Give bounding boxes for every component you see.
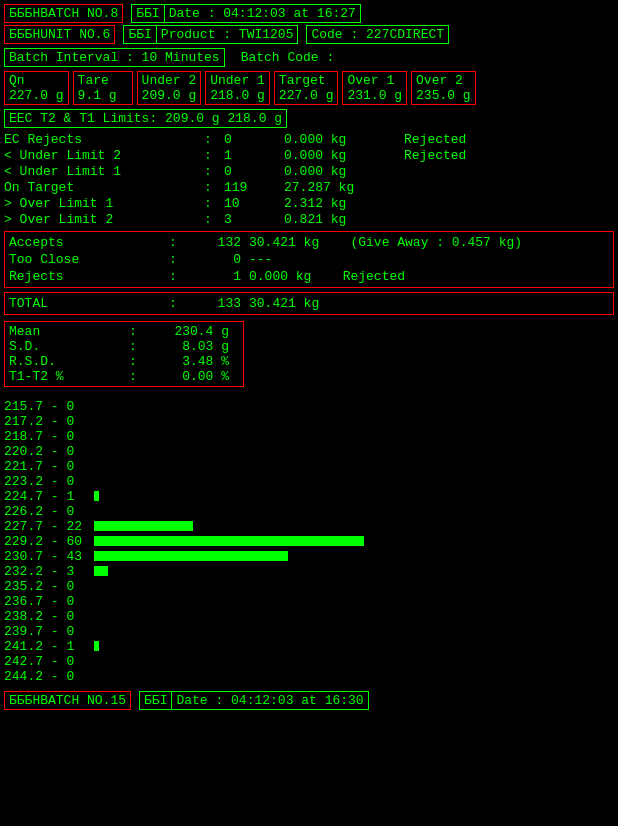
hist-label: 236.7 - 0 (4, 594, 94, 609)
date-label: ББI (131, 4, 164, 23)
total-val: 133 (189, 296, 249, 311)
hist-bar (94, 551, 288, 561)
hist-label: 242.7 - 0 (4, 654, 94, 669)
over2-label: Over 2 (416, 73, 471, 88)
accepts-row: Accepts : 132 30.421 kg (Give Away : 0.4… (9, 234, 609, 251)
hist-bar-area (94, 521, 614, 531)
hist-label: 230.7 - 43 (4, 549, 94, 564)
hist-row: 239.7 - 0 (4, 624, 614, 638)
hist-row: 221.7 - 0 (4, 459, 614, 473)
accepts-colon: : (169, 235, 189, 250)
rejects-row: Rejects : 1 0.000 kg Rejected (9, 268, 609, 285)
rejects-kg: 0.000 kg Rejected (249, 269, 609, 284)
hist-row: 217.2 - 0 (4, 414, 614, 428)
target-label: Target (279, 73, 334, 88)
t1t2-val: 0.00 % (149, 369, 229, 384)
too-close-label: Too Close (9, 252, 169, 267)
hist-label: 223.2 - 0 (4, 474, 94, 489)
under1-label: Under 1 (210, 73, 265, 88)
batch-code: Batch Code : (241, 50, 335, 65)
too-close-colon: : (169, 252, 189, 267)
rejects-colon: : (169, 269, 189, 284)
hist-label: 238.2 - 0 (4, 609, 94, 624)
t1t2-label: T1-T2 % (9, 369, 129, 384)
footer-date-value: Date : 04:12:03 at 16:30 (172, 691, 368, 710)
hist-bar-area (94, 536, 614, 546)
over2-cell: Over 2 235.0 g (411, 71, 476, 105)
mean-val: 230.4 g (149, 324, 229, 339)
too-close-dash: --- (249, 252, 609, 267)
hist-row: 241.2 - 1 (4, 639, 614, 653)
target-cell: Target 227.0 g (274, 71, 339, 105)
ec-row-5: > Over Limit 2 : 3 0.821 kg (4, 212, 614, 227)
hist-bar (94, 566, 108, 576)
tare-cell: Tare 9.1 g (73, 71, 133, 105)
mean-row: Mean : 230.4 g (9, 324, 239, 339)
hist-bar-area (94, 641, 614, 651)
code-value: Code : 227CDIRECT (306, 25, 449, 44)
qn-val: 227.0 g (9, 88, 64, 103)
t1t2-colon: : (129, 369, 149, 384)
hist-row: 242.7 - 0 (4, 654, 614, 668)
under1-val: 218.0 g (210, 88, 265, 103)
rejects-label: Rejects (9, 269, 169, 284)
hist-bar (94, 521, 193, 531)
mean-colon: : (129, 324, 149, 339)
under1-cell: Under 1 218.0 g (205, 71, 270, 105)
hist-label: 224.7 - 1 (4, 489, 94, 504)
unit-no: БББHUNIT NO.6 (4, 25, 115, 44)
hist-row: 236.7 - 0 (4, 594, 614, 608)
batch-interval-row: Batch Interval : 10 Minutes Batch Code : (4, 48, 614, 67)
over2-val: 235.0 g (416, 88, 471, 103)
tare-label: Tare (78, 73, 128, 88)
under2-cell: Under 2 209.0 g (137, 71, 202, 105)
hist-label: 215.7 - 0 (4, 399, 94, 414)
hist-label: 221.7 - 0 (4, 459, 94, 474)
over1-label: Over 1 (347, 73, 402, 88)
hist-bar-area (94, 551, 614, 561)
hist-row: 224.7 - 1 (4, 489, 614, 503)
eec-text: EEC T2 & T1 Limits: 209.0 g 218.0 g (4, 109, 287, 128)
hist-label: 220.2 - 0 (4, 444, 94, 459)
footer-batch: БББHBATCH NO.15 (4, 691, 131, 710)
hist-row: 232.2 - 3 (4, 564, 614, 578)
hist-row: 215.7 - 0 (4, 399, 614, 413)
hist-label: 239.7 - 0 (4, 624, 94, 639)
hist-label: 244.2 - 0 (4, 669, 94, 684)
hist-bar-area (94, 491, 614, 501)
hist-row: 229.2 - 60 (4, 534, 614, 548)
ec-row-1: < Under Limit 2 : 1 0.000 kg Rejected (4, 148, 614, 163)
date-value: Date : 04:12:03 at 16:27 (165, 4, 361, 23)
batch-no: БББHBATCH NO.8 (4, 4, 123, 23)
hist-row: 230.7 - 43 (4, 549, 614, 563)
accepts-val: 132 (189, 235, 249, 250)
rsd-val: 3.48 % (149, 354, 229, 369)
hist-label: 227.7 - 22 (4, 519, 94, 534)
hist-bar-area (94, 566, 614, 576)
under2-label: Under 2 (142, 73, 197, 88)
hist-row: 227.7 - 22 (4, 519, 614, 533)
rsd-row: R.S.D. : 3.48 % (9, 354, 239, 369)
hist-bar (94, 491, 99, 501)
histogram-section: 215.7 - 0217.2 - 0218.7 - 0220.2 - 0221.… (4, 399, 614, 683)
ec-row-3: On Target : 119 27.287 kg (4, 180, 614, 195)
ec-row-0: EC Rejects : 0 0.000 kg Rejected (4, 132, 614, 147)
hist-bar (94, 641, 99, 651)
footer-row: БББHBATCH NO.15 ББI Date : 04:12:03 at 1… (4, 691, 614, 710)
accepts-too-close-rejects-box: Accepts : 132 30.421 kg (Give Away : 0.4… (4, 231, 614, 288)
total-box: TOTAL : 133 30.421 kg (4, 292, 614, 315)
hist-bar (94, 536, 364, 546)
hist-label: 235.2 - 0 (4, 579, 94, 594)
eec-row: EEC T2 & T1 Limits: 209.0 g 218.0 g (4, 109, 614, 128)
hist-row: 223.2 - 0 (4, 474, 614, 488)
qn-cell: Qn 227.0 g (4, 71, 69, 105)
t1t2-row: T1-T2 % : 0.00 % (9, 369, 239, 384)
sd-row: S.D. : 8.03 g (9, 339, 239, 354)
qn-row: Qn 227.0 g Tare 9.1 g Under 2 209.0 g Un… (4, 71, 614, 105)
over1-cell: Over 1 231.0 g (342, 71, 407, 105)
header-row-1: БББHBATCH NO.8 ББI Date : 04:12:03 at 16… (4, 4, 614, 23)
ec-row-4: > Over Limit 1 : 10 2.312 kg (4, 196, 614, 211)
sd-label: S.D. (9, 339, 129, 354)
hist-label: 218.7 - 0 (4, 429, 94, 444)
sd-colon: : (129, 339, 149, 354)
